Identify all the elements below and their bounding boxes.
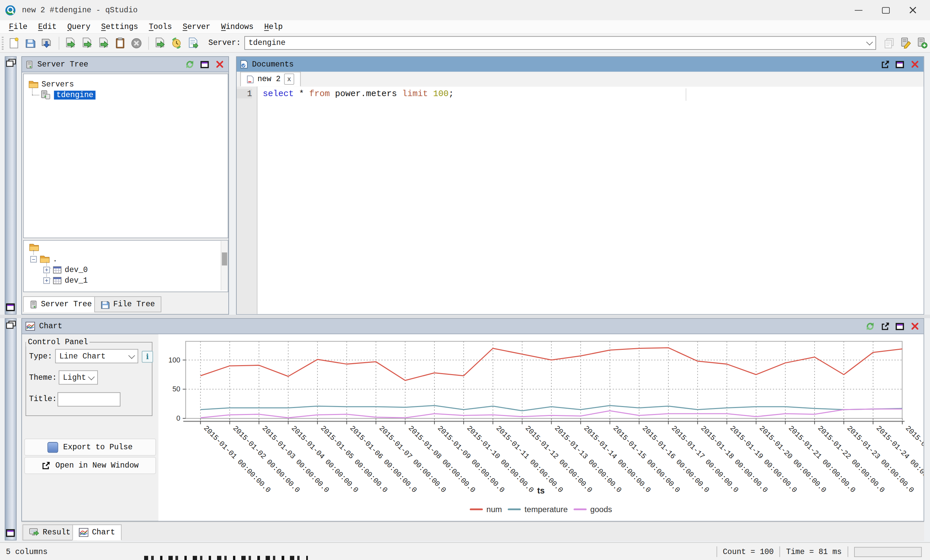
maximize-panel-icon[interactable] [895, 322, 905, 331]
application-window: new 2 #tdengine - qStudio FileEditQueryS… [0, 0, 930, 560]
close-panel-icon[interactable] [214, 60, 225, 69]
title-bar: new 2 #tdengine - qStudio [0, 0, 930, 21]
status-columns: 5 columns [6, 547, 48, 556]
popout-icon[interactable] [880, 60, 890, 69]
add-server-icon[interactable] [915, 36, 929, 50]
sql-code-line: select * from power.meters limit 100; [263, 89, 454, 98]
theme-combobox[interactable]: Light [59, 370, 98, 385]
execute-selection-icon[interactable] [97, 36, 111, 50]
tab-label: Server Tree [41, 300, 92, 309]
scrollbar-track[interactable] [221, 241, 228, 290]
panel-title: Documents [252, 60, 875, 69]
chart-panel: Chart Control Panel Type: Line Chart i [21, 318, 924, 522]
tree-node-root-folder[interactable] [29, 242, 39, 252]
close-panel-icon[interactable] [909, 322, 920, 331]
tree-node-label: dev_1 [65, 276, 88, 285]
scrollbar-thumb[interactable] [222, 252, 227, 265]
tab-close-button[interactable]: x [284, 74, 294, 85]
left-dock-strip-top [5, 56, 17, 315]
open-in-new-window-button[interactable]: Open in New Window [24, 457, 156, 474]
stacked-windows-icon[interactable] [6, 58, 15, 67]
popout-icon[interactable] [880, 322, 890, 331]
legend-item-temperature[interactable]: temperature [508, 505, 568, 514]
chart-legend: numtemperaturegoods [159, 505, 924, 514]
execute-line-icon[interactable] [80, 36, 94, 50]
server-combobox[interactable]: tdengine [244, 36, 876, 50]
new-script-icon[interactable] [186, 36, 200, 50]
server-icon [40, 90, 51, 100]
type-label: Type: [29, 352, 52, 361]
execute-query-icon[interactable] [64, 36, 78, 50]
maximize-panel-icon[interactable] [895, 60, 905, 69]
legend-swatch [470, 508, 483, 510]
window-title: new 2 #tdengine - qStudio [22, 6, 138, 15]
toolbar-separator [148, 37, 149, 49]
refresh-timer-icon[interactable] [170, 36, 184, 50]
tree-node-dot-folder[interactable]: − . [30, 254, 58, 264]
menu-item-server[interactable]: Server [177, 21, 216, 32]
stop-icon[interactable] [129, 36, 143, 50]
table-icon [53, 266, 62, 273]
legend-swatch [573, 508, 587, 510]
line-number-gutter: 1 [237, 86, 257, 314]
line-number: 1 [237, 89, 252, 98]
close-button[interactable] [899, 2, 927, 19]
print-margin-line [686, 89, 686, 101]
expand-icon[interactable]: + [43, 277, 50, 284]
menu-item-edit[interactable]: Edit [32, 21, 62, 32]
title-input[interactable] [58, 393, 120, 407]
code-editor[interactable]: 1 select * from power.meters limit 100; [237, 86, 924, 314]
tree-node-dev0[interactable]: + dev_0 [43, 264, 88, 275]
horizontal-splitter[interactable] [0, 315, 930, 318]
menu-item-tools[interactable]: Tools [143, 21, 177, 32]
minimize-button[interactable] [845, 2, 872, 19]
maximize-button[interactable] [872, 2, 899, 19]
legend-item-num[interactable]: num [470, 505, 502, 514]
maximize-panel-icon[interactable] [199, 60, 210, 69]
expand-icon[interactable]: + [43, 266, 50, 273]
tab-file-tree[interactable]: File Tree [94, 296, 162, 312]
menu-item-help[interactable]: Help [259, 21, 288, 32]
tab-chart[interactable]: Chart [72, 525, 122, 540]
menu-item-windows[interactable]: Windows [216, 21, 259, 32]
tree-node-dev1[interactable]: + dev_1 [43, 275, 88, 285]
tab-server-tree[interactable]: Server Tree [23, 296, 98, 312]
tab-label: File Tree [113, 300, 155, 309]
save-as-icon[interactable] [40, 36, 54, 50]
save-icon[interactable] [23, 36, 37, 50]
chart-header: Chart [22, 319, 924, 334]
chart-icon [79, 528, 89, 537]
new-document-icon[interactable] [7, 36, 21, 50]
refresh-icon[interactable] [865, 322, 875, 331]
send-query-icon[interactable] [154, 36, 168, 50]
copy-documents-icon[interactable] [882, 36, 896, 50]
collapse-icon[interactable]: − [30, 256, 37, 262]
export-to-pulse-button[interactable]: Export to Pulse [24, 439, 156, 456]
info-button[interactable]: i [142, 351, 153, 363]
tree-node-servers[interactable]: Servers [29, 79, 74, 89]
stacked-windows-icon[interactable] [6, 321, 15, 329]
menu-bar: FileEditQuerySettingsToolsServerWindowsH… [0, 20, 930, 34]
menu-item-file[interactable]: File [4, 21, 33, 32]
chart-type-combobox[interactable]: Line Chart [55, 349, 138, 364]
close-panel-icon[interactable] [909, 60, 920, 69]
tree-node-tdengine[interactable]: tdengine [40, 89, 95, 100]
tab-result[interactable]: Result [23, 525, 77, 540]
toolbar-grip[interactable] [2, 37, 3, 49]
menu-item-query[interactable]: Query [62, 21, 96, 32]
toolbar-separator [59, 37, 59, 49]
menu-item-settings[interactable]: Settings [96, 21, 143, 32]
status-time: Time = 81 ms [786, 547, 842, 556]
result-chart-tab-strip: Result Chart [21, 522, 924, 541]
legend-item-goods[interactable]: goods [573, 505, 612, 514]
legend-label: num [486, 505, 502, 514]
edit-server-icon[interactable] [898, 36, 912, 50]
refresh-icon[interactable] [185, 60, 195, 69]
server-label: Server: [208, 38, 241, 48]
x-axis-title: ts [159, 486, 924, 496]
tab-new-2[interactable]: new 2 x [240, 72, 301, 87]
restore-window-icon[interactable] [6, 303, 15, 311]
paste-icon[interactable] [113, 36, 127, 50]
chart-control-panel: Control Panel Type: Line Chart i Theme: … [22, 334, 159, 521]
restore-window-icon[interactable] [6, 529, 15, 537]
